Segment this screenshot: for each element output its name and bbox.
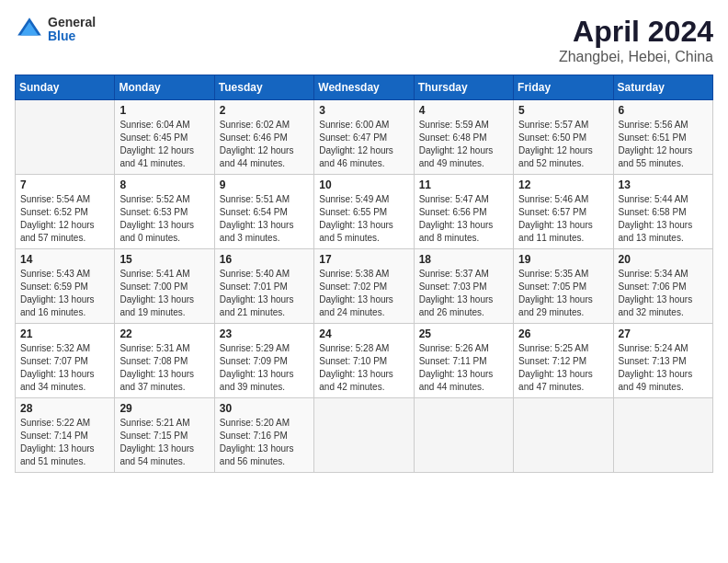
day-info: Sunrise: 5:57 AMSunset: 6:50 PMDaylight:…: [518, 119, 608, 170]
day-number: 24: [319, 327, 408, 340]
day-number: 19: [518, 253, 608, 266]
calendar-cell: [613, 398, 712, 473]
calendar-week-row: 21Sunrise: 5:32 AMSunset: 7:07 PMDayligh…: [16, 324, 713, 398]
calendar-week-row: 14Sunrise: 5:43 AMSunset: 6:59 PMDayligh…: [16, 249, 713, 324]
day-number: 1: [119, 104, 209, 117]
weekday-header: Wednesday: [314, 75, 414, 100]
day-info: Sunrise: 5:44 AMSunset: 6:58 PMDaylight:…: [619, 193, 708, 245]
day-info: Sunrise: 5:22 AMSunset: 7:14 PMDaylight:…: [20, 417, 109, 468]
calendar-cell: 22Sunrise: 5:31 AMSunset: 7:08 PMDayligh…: [115, 324, 214, 398]
day-info: Sunrise: 5:49 AMSunset: 6:55 PMDaylight:…: [319, 193, 408, 245]
calendar-cell: [314, 398, 414, 473]
day-number: 25: [419, 327, 508, 340]
calendar-cell: 5Sunrise: 5:57 AMSunset: 6:50 PMDaylight…: [514, 100, 613, 175]
day-number: 7: [20, 178, 109, 191]
day-number: 12: [518, 178, 608, 191]
day-number: 18: [419, 253, 508, 266]
calendar-week-row: 1Sunrise: 6:04 AMSunset: 6:45 PMDaylight…: [16, 100, 713, 175]
day-number: 14: [20, 253, 109, 266]
calendar-cell: 14Sunrise: 5:43 AMSunset: 6:59 PMDayligh…: [16, 249, 115, 324]
calendar-cell: 6Sunrise: 5:56 AMSunset: 6:51 PMDaylight…: [613, 100, 712, 175]
calendar-cell: 1Sunrise: 6:04 AMSunset: 6:45 PMDaylight…: [115, 100, 214, 175]
day-info: Sunrise: 5:56 AMSunset: 6:51 PMDaylight:…: [619, 119, 708, 170]
calendar-cell: 23Sunrise: 5:29 AMSunset: 7:09 PMDayligh…: [214, 324, 313, 398]
day-info: Sunrise: 5:37 AMSunset: 7:03 PMDaylight:…: [419, 268, 508, 319]
calendar-cell: 17Sunrise: 5:38 AMSunset: 7:02 PMDayligh…: [314, 249, 414, 324]
logo-blue-text: Blue: [48, 29, 96, 43]
calendar-cell: 8Sunrise: 5:52 AMSunset: 6:53 PMDaylight…: [115, 175, 214, 249]
calendar-cell: 24Sunrise: 5:28 AMSunset: 7:10 PMDayligh…: [314, 324, 414, 398]
weekday-header: Monday: [115, 75, 214, 100]
day-info: Sunrise: 6:04 AMSunset: 6:45 PMDaylight:…: [119, 119, 209, 170]
day-info: Sunrise: 5:21 AMSunset: 7:15 PMDaylight:…: [119, 417, 209, 468]
day-info: Sunrise: 5:28 AMSunset: 7:10 PMDaylight:…: [319, 342, 408, 394]
page-header: General Blue April 2024 Zhangbei, Hebei,…: [15, 15, 713, 65]
day-info: Sunrise: 5:35 AMSunset: 7:05 PMDaylight:…: [518, 268, 608, 319]
calendar-cell: 10Sunrise: 5:49 AMSunset: 6:55 PMDayligh…: [314, 175, 414, 249]
logo-text: General Blue: [48, 16, 96, 44]
day-number: 20: [619, 253, 708, 266]
calendar-title: April 2024: [559, 15, 713, 49]
day-info: Sunrise: 5:46 AMSunset: 6:57 PMDaylight:…: [518, 193, 608, 245]
day-number: 9: [220, 178, 309, 191]
weekday-header: Sunday: [16, 75, 115, 100]
day-number: 21: [20, 327, 109, 340]
day-number: 4: [419, 104, 508, 117]
day-info: Sunrise: 5:43 AMSunset: 6:59 PMDaylight:…: [20, 268, 109, 319]
calendar-cell: 4Sunrise: 5:59 AMSunset: 6:48 PMDaylight…: [414, 100, 513, 175]
day-number: 5: [518, 104, 608, 117]
day-info: Sunrise: 5:20 AMSunset: 7:16 PMDaylight:…: [220, 417, 309, 468]
day-number: 28: [20, 402, 109, 415]
day-info: Sunrise: 5:29 AMSunset: 7:09 PMDaylight:…: [220, 342, 309, 394]
day-number: 27: [619, 327, 708, 340]
day-number: 2: [220, 104, 309, 117]
calendar-cell: [414, 398, 513, 473]
day-info: Sunrise: 5:38 AMSunset: 7:02 PMDaylight:…: [319, 268, 408, 319]
weekday-row: SundayMondayTuesdayWednesdayThursdayFrid…: [16, 75, 713, 100]
day-info: Sunrise: 5:32 AMSunset: 7:07 PMDaylight:…: [20, 342, 109, 394]
day-info: Sunrise: 6:02 AMSunset: 6:46 PMDaylight:…: [220, 119, 309, 170]
day-info: Sunrise: 5:54 AMSunset: 6:52 PMDaylight:…: [20, 193, 109, 245]
calendar-cell: 27Sunrise: 5:24 AMSunset: 7:13 PMDayligh…: [613, 324, 712, 398]
day-info: Sunrise: 5:25 AMSunset: 7:12 PMDaylight:…: [518, 342, 608, 394]
calendar-cell: [514, 398, 613, 473]
calendar-week-row: 7Sunrise: 5:54 AMSunset: 6:52 PMDaylight…: [16, 175, 713, 249]
day-info: Sunrise: 5:24 AMSunset: 7:13 PMDaylight:…: [619, 342, 708, 394]
day-info: Sunrise: 6:00 AMSunset: 6:47 PMDaylight:…: [319, 119, 408, 170]
calendar-table: SundayMondayTuesdayWednesdayThursdayFrid…: [15, 75, 713, 473]
day-number: 23: [220, 327, 309, 340]
calendar-header: SundayMondayTuesdayWednesdayThursdayFrid…: [16, 75, 713, 100]
calendar-cell: 3Sunrise: 6:00 AMSunset: 6:47 PMDaylight…: [314, 100, 414, 175]
logo-general-text: General: [48, 16, 96, 29]
day-number: 26: [518, 327, 608, 340]
day-info: Sunrise: 5:52 AMSunset: 6:53 PMDaylight:…: [119, 193, 209, 245]
weekday-header: Saturday: [613, 75, 712, 100]
weekday-header: Tuesday: [214, 75, 313, 100]
day-info: Sunrise: 5:47 AMSunset: 6:56 PMDaylight:…: [419, 193, 508, 245]
calendar-cell: 16Sunrise: 5:40 AMSunset: 7:01 PMDayligh…: [214, 249, 313, 324]
calendar-cell: 18Sunrise: 5:37 AMSunset: 7:03 PMDayligh…: [414, 249, 513, 324]
day-number: 11: [419, 178, 508, 191]
calendar-cell: 12Sunrise: 5:46 AMSunset: 6:57 PMDayligh…: [514, 175, 613, 249]
day-number: 13: [619, 178, 708, 191]
day-number: 8: [119, 178, 209, 191]
day-number: 15: [119, 253, 209, 266]
calendar-cell: 11Sunrise: 5:47 AMSunset: 6:56 PMDayligh…: [414, 175, 513, 249]
calendar-cell: 21Sunrise: 5:32 AMSunset: 7:07 PMDayligh…: [16, 324, 115, 398]
calendar-cell: 30Sunrise: 5:20 AMSunset: 7:16 PMDayligh…: [214, 398, 313, 473]
logo-icon: [15, 15, 44, 44]
day-number: 3: [319, 104, 408, 117]
day-number: 22: [119, 327, 209, 340]
day-number: 30: [220, 402, 309, 415]
calendar-cell: 29Sunrise: 5:21 AMSunset: 7:15 PMDayligh…: [115, 398, 214, 473]
day-number: 17: [319, 253, 408, 266]
calendar-cell: 2Sunrise: 6:02 AMSunset: 6:46 PMDaylight…: [214, 100, 313, 175]
day-number: 16: [220, 253, 309, 266]
weekday-header: Thursday: [414, 75, 513, 100]
calendar-subtitle: Zhangbei, Hebei, China: [559, 49, 713, 65]
logo: General Blue: [15, 15, 96, 44]
day-info: Sunrise: 5:40 AMSunset: 7:01 PMDaylight:…: [220, 268, 309, 319]
calendar-cell: 9Sunrise: 5:51 AMSunset: 6:54 PMDaylight…: [214, 175, 313, 249]
calendar-cell: 28Sunrise: 5:22 AMSunset: 7:14 PMDayligh…: [16, 398, 115, 473]
day-info: Sunrise: 5:41 AMSunset: 7:00 PMDaylight:…: [119, 268, 209, 319]
